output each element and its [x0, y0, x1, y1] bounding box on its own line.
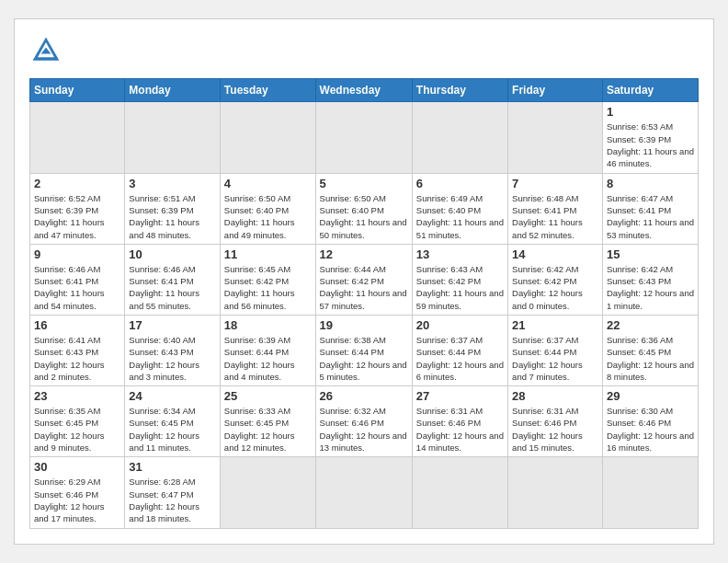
day-cell: 3Sunrise: 6:51 AMSunset: 6:39 PMDaylight…: [125, 173, 221, 244]
day-info: Sunrise: 6:49 AMSunset: 6:40 PMDaylight:…: [416, 192, 504, 241]
day-cell: [412, 102, 507, 173]
day-number: 31: [129, 460, 216, 474]
week-row-2: 9Sunrise: 6:46 AMSunset: 6:41 PMDaylight…: [30, 244, 699, 315]
day-cell: [220, 102, 315, 173]
day-number: 9: [34, 247, 120, 261]
day-cell: 21Sunrise: 6:37 AMSunset: 6:44 PMDayligh…: [508, 316, 603, 386]
day-info: Sunrise: 6:47 AMSunset: 6:41 PMDaylight:…: [607, 192, 694, 241]
day-info: Sunrise: 6:37 AMSunset: 6:44 PMDaylight:…: [512, 334, 598, 383]
day-number: 25: [224, 389, 312, 403]
calendar-container: SundayMondayTuesdayWednesdayThursdayFrid…: [14, 18, 714, 544]
day-cell: 6Sunrise: 6:49 AMSunset: 6:40 PMDaylight…: [412, 173, 507, 244]
weekday-header-saturday: Saturday: [602, 79, 698, 102]
day-number: 26: [320, 389, 408, 403]
logo: [29, 34, 68, 67]
day-cell: [315, 457, 412, 528]
week-row-1: 2Sunrise: 6:52 AMSunset: 6:39 PMDaylight…: [30, 173, 699, 244]
day-cell: 9Sunrise: 6:46 AMSunset: 6:41 PMDaylight…: [30, 244, 125, 315]
day-cell: 11Sunrise: 6:45 AMSunset: 6:42 PMDayligh…: [220, 244, 315, 315]
day-cell: 13Sunrise: 6:43 AMSunset: 6:42 PMDayligh…: [412, 244, 507, 315]
day-cell: 5Sunrise: 6:50 AMSunset: 6:40 PMDaylight…: [315, 173, 412, 244]
day-number: 10: [129, 247, 216, 261]
day-number: 14: [512, 247, 598, 261]
day-cell: 19Sunrise: 6:38 AMSunset: 6:44 PMDayligh…: [315, 316, 412, 386]
day-number: 13: [416, 247, 504, 261]
weekday-header-wednesday: Wednesday: [315, 79, 412, 102]
day-cell: 25Sunrise: 6:33 AMSunset: 6:45 PMDayligh…: [220, 386, 315, 457]
weekday-header-tuesday: Tuesday: [220, 79, 315, 102]
day-info: Sunrise: 6:48 AMSunset: 6:41 PMDaylight:…: [512, 192, 598, 241]
day-cell: 18Sunrise: 6:39 AMSunset: 6:44 PMDayligh…: [220, 316, 315, 386]
day-number: 15: [607, 247, 694, 261]
day-info: Sunrise: 6:29 AMSunset: 6:46 PMDaylight:…: [34, 476, 120, 524]
day-info: Sunrise: 6:32 AMSunset: 6:46 PMDaylight:…: [320, 405, 408, 454]
day-cell: [412, 457, 507, 528]
week-row-5: 30Sunrise: 6:29 AMSunset: 6:46 PMDayligh…: [30, 457, 699, 528]
day-number: 23: [34, 389, 120, 403]
day-number: 5: [320, 177, 408, 190]
day-cell: [125, 102, 221, 173]
day-info: Sunrise: 6:28 AMSunset: 6:47 PMDaylight:…: [129, 476, 216, 524]
day-cell: 28Sunrise: 6:31 AMSunset: 6:46 PMDayligh…: [508, 386, 603, 457]
day-number: 6: [416, 177, 504, 190]
day-cell: 15Sunrise: 6:42 AMSunset: 6:43 PMDayligh…: [602, 244, 698, 315]
day-info: Sunrise: 6:39 AMSunset: 6:44 PMDaylight:…: [224, 334, 312, 383]
day-cell: 20Sunrise: 6:37 AMSunset: 6:44 PMDayligh…: [412, 316, 507, 386]
weekday-header-thursday: Thursday: [412, 79, 507, 102]
week-row-3: 16Sunrise: 6:41 AMSunset: 6:43 PMDayligh…: [30, 316, 699, 386]
week-row-0: 1Sunrise: 6:53 AMSunset: 6:39 PMDaylight…: [30, 102, 699, 173]
day-cell: 23Sunrise: 6:35 AMSunset: 6:45 PMDayligh…: [30, 386, 125, 457]
day-cell: 10Sunrise: 6:46 AMSunset: 6:41 PMDayligh…: [125, 244, 221, 315]
day-info: Sunrise: 6:33 AMSunset: 6:45 PMDaylight:…: [224, 405, 312, 454]
day-number: 27: [416, 389, 504, 403]
day-info: Sunrise: 6:42 AMSunset: 6:42 PMDaylight:…: [512, 263, 598, 312]
day-cell: [508, 457, 603, 528]
day-number: 24: [129, 389, 216, 403]
day-number: 18: [224, 318, 312, 332]
day-number: 22: [607, 318, 694, 332]
day-number: 17: [129, 318, 216, 332]
header: [29, 34, 699, 67]
day-cell: [30, 102, 125, 173]
day-info: Sunrise: 6:50 AMSunset: 6:40 PMDaylight:…: [224, 192, 312, 241]
day-cell: 14Sunrise: 6:42 AMSunset: 6:42 PMDayligh…: [508, 244, 603, 315]
day-number: 12: [320, 247, 408, 261]
weekday-header-sunday: Sunday: [30, 79, 125, 102]
day-cell: 22Sunrise: 6:36 AMSunset: 6:45 PMDayligh…: [602, 316, 698, 386]
day-number: 28: [512, 389, 598, 403]
day-number: 19: [320, 318, 408, 332]
day-info: Sunrise: 6:44 AMSunset: 6:42 PMDaylight:…: [320, 263, 408, 312]
day-cell: 24Sunrise: 6:34 AMSunset: 6:45 PMDayligh…: [125, 386, 221, 457]
day-number: 16: [34, 318, 120, 332]
day-cell: 31Sunrise: 6:28 AMSunset: 6:47 PMDayligh…: [125, 457, 221, 528]
day-cell: 8Sunrise: 6:47 AMSunset: 6:41 PMDaylight…: [602, 173, 698, 244]
day-info: Sunrise: 6:51 AMSunset: 6:39 PMDaylight:…: [129, 192, 216, 241]
day-number: 1: [607, 105, 694, 119]
day-info: Sunrise: 6:41 AMSunset: 6:43 PMDaylight:…: [34, 334, 120, 383]
day-info: Sunrise: 6:38 AMSunset: 6:44 PMDaylight:…: [320, 334, 408, 383]
day-cell: 16Sunrise: 6:41 AMSunset: 6:43 PMDayligh…: [30, 316, 125, 386]
day-cell: 4Sunrise: 6:50 AMSunset: 6:40 PMDaylight…: [220, 173, 315, 244]
week-row-4: 23Sunrise: 6:35 AMSunset: 6:45 PMDayligh…: [30, 386, 699, 457]
day-cell: 27Sunrise: 6:31 AMSunset: 6:46 PMDayligh…: [412, 386, 507, 457]
day-info: Sunrise: 6:37 AMSunset: 6:44 PMDaylight:…: [416, 334, 504, 383]
day-number: 30: [34, 460, 120, 474]
day-number: 7: [512, 177, 598, 190]
day-cell: [508, 102, 603, 173]
day-number: 20: [416, 318, 504, 332]
day-number: 21: [512, 318, 598, 332]
day-number: 2: [34, 177, 120, 190]
day-info: Sunrise: 6:36 AMSunset: 6:45 PMDaylight:…: [607, 334, 694, 383]
day-number: 3: [129, 177, 216, 190]
day-info: Sunrise: 6:52 AMSunset: 6:39 PMDaylight:…: [34, 192, 120, 241]
day-cell: 12Sunrise: 6:44 AMSunset: 6:42 PMDayligh…: [315, 244, 412, 315]
day-cell: 26Sunrise: 6:32 AMSunset: 6:46 PMDayligh…: [315, 386, 412, 457]
day-info: Sunrise: 6:30 AMSunset: 6:46 PMDaylight:…: [607, 405, 694, 454]
day-info: Sunrise: 6:50 AMSunset: 6:40 PMDaylight:…: [320, 192, 408, 241]
day-info: Sunrise: 6:35 AMSunset: 6:45 PMDaylight:…: [34, 405, 120, 454]
day-number: 4: [224, 177, 312, 190]
day-cell: 1Sunrise: 6:53 AMSunset: 6:39 PMDaylight…: [602, 102, 698, 173]
day-number: 8: [607, 177, 694, 190]
day-info: Sunrise: 6:31 AMSunset: 6:46 PMDaylight:…: [512, 405, 598, 454]
day-info: Sunrise: 6:46 AMSunset: 6:41 PMDaylight:…: [129, 263, 216, 312]
